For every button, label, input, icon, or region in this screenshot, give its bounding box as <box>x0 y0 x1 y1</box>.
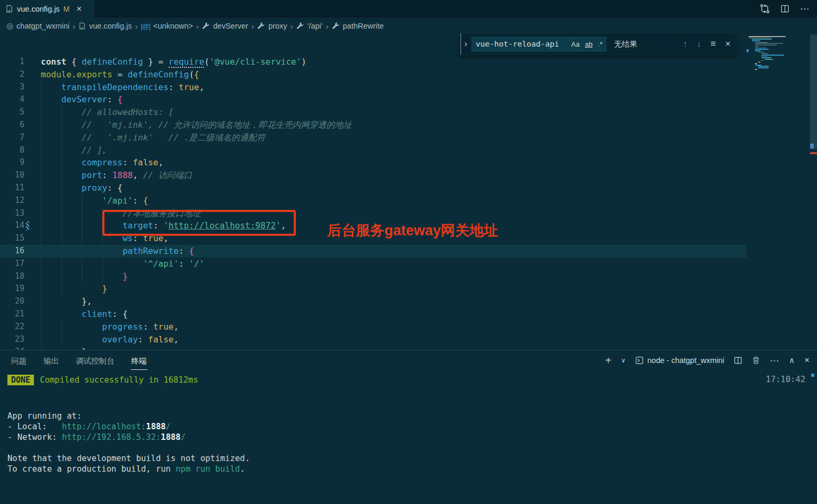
code-line[interactable]: 1const { defineConfig } = require('@vue/… <box>0 56 817 68</box>
code-line[interactable]: 2module.exports = defineConfig({ <box>0 68 817 81</box>
code-line[interactable]: 19 } <box>0 282 817 295</box>
overview-error-marker <box>810 152 817 154</box>
split-terminal-icon[interactable] <box>734 356 742 365</box>
terminal-output[interactable]: DONE Compiled successfully in 16812ms 17… <box>0 370 817 474</box>
code-line[interactable]: 3 transpileDependencies: true, <box>0 81 817 94</box>
code-line[interactable]: 21 client: { <box>0 308 817 321</box>
code-text: module.exports = defineConfig({ <box>24 68 199 81</box>
line-number: 23 <box>0 333 24 346</box>
terminal-line: To create a production build, run npm ru… <box>7 464 817 474</box>
wrench-icon <box>257 22 265 30</box>
line-number: 15 <box>0 232 24 245</box>
code-line[interactable]: 4 devServer: { <box>0 93 817 106</box>
code-line[interactable]: 10 port: 1888, // 访问端口 <box>0 169 817 182</box>
open-changes-icon[interactable] <box>760 4 770 14</box>
panel-more-icon[interactable]: ⋯ <box>770 355 779 366</box>
match-case-icon[interactable]: Aa <box>571 40 579 48</box>
maximize-panel-icon[interactable]: ∧ <box>789 356 795 365</box>
find-query-text[interactable]: vue-hot-reload-api <box>476 40 566 48</box>
breadcrumb-item-api[interactable]: '/api' <box>296 22 323 30</box>
code-editor[interactable]: 1const { defineConfig } = require('@vue/… <box>0 34 817 350</box>
terminal-selector[interactable]: node - chatgpt_wxmini <box>635 356 724 365</box>
close-find-icon[interactable]: × <box>725 39 731 49</box>
breadcrumb-item-chatgptwxmini[interactable]: ◎chatgpt_wxmini <box>6 21 69 31</box>
code-text: devServer: { <box>24 93 122 106</box>
breadcrumb-item-pathrewrite[interactable]: pathRewrite <box>332 22 384 30</box>
line-number: 4 <box>0 93 24 106</box>
wrench-icon <box>296 22 304 30</box>
code-text: // ], <box>24 144 107 157</box>
panel-tab-调试控制台[interactable]: 调试控制台 <box>75 351 115 370</box>
minimap-line <box>755 50 761 51</box>
split-editor-icon[interactable] <box>780 4 789 13</box>
next-match-icon[interactable]: ↓ <box>697 39 701 49</box>
modified-badge: M <box>64 5 70 13</box>
code-line[interactable]: 23 overlay: false, <box>0 333 817 346</box>
panel-tab-输出[interactable]: 输出 <box>43 351 59 370</box>
code-text: port: 1888, // 访问端口 <box>24 169 192 182</box>
breadcrumb-item-vueconfigjs[interactable]: vue.config.js <box>78 22 132 30</box>
code-line[interactable]: 18 } <box>0 270 817 283</box>
toggle-replace-icon[interactable]: › <box>464 39 467 49</box>
code-line[interactable]: 24 } <box>0 346 817 350</box>
done-badge: DONE <box>7 375 34 385</box>
code-line[interactable]: 11 proxy: { <box>0 182 817 194</box>
minimap-line <box>758 66 769 67</box>
more-actions-icon[interactable]: ⋯ <box>800 3 810 14</box>
code-text: '/api': { <box>24 194 148 207</box>
breadcrumb-item-proxy[interactable]: proxy <box>257 22 287 30</box>
code-line[interactable]: 8 // ], <box>0 144 817 157</box>
terminal-dropdown-icon[interactable]: ∨ <box>621 357 626 364</box>
minimap[interactable] <box>749 34 800 70</box>
breadcrumb-label: chatgpt_wxmini <box>16 22 69 30</box>
code-line[interactable]: 17 '^/api': '/' <box>0 258 817 270</box>
code-line[interactable]: 12 '/api': { <box>0 194 817 207</box>
code-text: client: { <box>24 308 128 321</box>
breadcrumb-separator-icon: › <box>326 22 329 31</box>
editor-actions: ⋯ <box>760 0 810 17</box>
breadcrumb-label: <unknown> <box>153 22 193 30</box>
line-number: 13 <box>0 207 24 220</box>
code-line[interactable]: 5 // allowedHosts: [ <box>0 106 817 119</box>
close-tab-icon[interactable]: × <box>76 4 82 13</box>
panel-tab-问题[interactable]: 问题 <box>11 351 27 370</box>
code-line[interactable]: 20 }, <box>0 295 817 308</box>
panel-tabs: 问题输出调试控制台终端 <box>11 351 163 370</box>
find-widget: › vue-hot-reload-api Aa ab .* 无结果 ↑ ↓ ≡ … <box>460 33 736 55</box>
file-check-icon <box>78 22 86 30</box>
compile-message: Compiled successfully in 16812ms <box>40 375 198 385</box>
code-line[interactable]: 6 // 'mj.ink', // 允许访问的域名地址，即花生壳内网穿透的地址 <box>0 119 817 131</box>
breadcrumb-item-unknown[interactable]: [@]<unknown> <box>141 22 193 30</box>
close-panel-icon[interactable]: × <box>804 355 810 366</box>
previous-match-icon[interactable]: ↑ <box>683 39 687 49</box>
editor-scrollbar[interactable] <box>810 34 817 350</box>
code-line[interactable]: 7 // '.mj.ink' // .是二级域名的通配符 <box>0 131 817 144</box>
minimap-line <box>749 36 786 37</box>
minimap-line <box>761 53 769 54</box>
code-line[interactable]: 9 compress: false, <box>0 156 817 169</box>
code-text: const { defineConfig } = require('@vue/c… <box>24 56 306 68</box>
breadcrumb-separator-icon: › <box>251 22 254 31</box>
line-number: 18 <box>0 270 24 283</box>
whole-word-icon[interactable]: ab <box>585 40 592 48</box>
line-number: 20 <box>0 295 24 308</box>
wrench-icon <box>202 22 210 30</box>
regex-icon[interactable]: .* <box>598 40 603 48</box>
breadcrumb-item-devserver[interactable]: devServer <box>202 22 248 30</box>
tab-vue-config[interactable]: vue.config.js M × <box>0 0 94 17</box>
reference-icon: [@] <box>141 22 150 30</box>
line-number: 22 <box>0 321 24 333</box>
line-number: 1 <box>0 56 24 68</box>
find-input[interactable]: vue-hot-reload-api Aa ab .* <box>471 37 607 52</box>
code-line[interactable]: 16 pathRewrite: { <box>0 245 817 258</box>
breadcrumb-separator-icon: › <box>291 22 293 31</box>
minimap-line <box>765 59 773 60</box>
find-in-selection-icon[interactable]: ≡ <box>710 39 716 49</box>
panel-tab-终端[interactable]: 终端 <box>131 351 147 370</box>
terminal-line: Note that the development build is not o… <box>7 453 817 464</box>
new-terminal-icon[interactable]: + <box>605 355 612 367</box>
code-line[interactable]: 22 progress: true, <box>0 321 817 333</box>
scrollbar-thumb[interactable] <box>810 34 817 149</box>
breadcrumb: ◎chatgpt_wxmini›vue.config.js›[@]<unknow… <box>0 17 817 34</box>
kill-terminal-icon[interactable] <box>752 356 760 365</box>
